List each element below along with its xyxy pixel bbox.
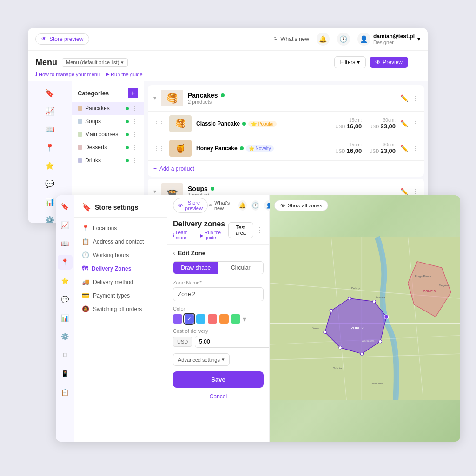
more-icon[interactable]: ⋮ xyxy=(132,144,138,151)
eye-icon: 👁 xyxy=(178,203,183,208)
novelty-tag: ⭐ Novelty xyxy=(246,145,274,152)
show-all-zones-button[interactable]: 👁 Show all zones xyxy=(274,200,328,211)
color-swatch-orange[interactable] xyxy=(219,314,229,324)
store-preview-button[interactable]: 👁 Store preview xyxy=(35,33,89,45)
map-icon: 🗺 xyxy=(82,265,88,272)
edit-zone-title: Edit Zone xyxy=(178,250,205,257)
nav-item-delivery-zones[interactable]: 🗺 Delivery Zones xyxy=(74,262,167,275)
sidebar-icon-location[interactable]: 📍 xyxy=(58,255,73,270)
sidebar-icon-menu[interactable]: 📖 xyxy=(58,236,73,251)
menu-badge[interactable]: Menu (default price list) ▾ xyxy=(62,58,128,67)
color-swatch-purple[interactable] xyxy=(173,314,182,324)
drag-handle-icon[interactable]: ⋮⋮ xyxy=(153,120,165,127)
more-options-icon[interactable]: ⋮ xyxy=(256,226,264,235)
category-item-pancakes[interactable]: Pancakes ⋮ xyxy=(72,102,144,115)
chevron-down-icon: ▾ xyxy=(222,357,225,363)
how-to-manage-link[interactable]: ℹ How to manage your menu xyxy=(35,71,100,77)
draw-shape-tab[interactable]: Draw shape xyxy=(173,262,218,274)
map-area[interactable]: ZONE 3 ZONE 2 Belany Żoliborz Praga-Pół xyxy=(270,195,460,442)
sidebar-icon-star[interactable]: ⭐ xyxy=(28,158,72,174)
color-swatch-green[interactable] xyxy=(231,314,240,324)
sidebar-icon-list[interactable]: 📋 xyxy=(58,385,73,400)
edit-icon[interactable]: ✏️ xyxy=(400,145,408,152)
color-swatch-blue[interactable] xyxy=(196,314,205,324)
info-icon: ℹ xyxy=(173,233,175,238)
run-guide-link[interactable]: ▶ Run the guide xyxy=(106,71,143,77)
nav-item-hours[interactable]: 🕐 Working hours xyxy=(74,248,167,262)
category-item-desserts[interactable]: Desserts ⋮ xyxy=(72,141,144,154)
color-more-icon[interactable]: ▾ xyxy=(243,315,246,324)
learn-more-link[interactable]: ℹ Learn more xyxy=(173,230,195,240)
sidebar-icon-analytics[interactable]: 📈 xyxy=(58,218,73,232)
sidebar-icon-chat[interactable]: 💬 xyxy=(58,292,73,307)
category-item-drinks[interactable]: Drinks ⋮ xyxy=(72,154,144,167)
notifications-icon[interactable]: 🔔 xyxy=(317,33,330,46)
active-dot xyxy=(126,146,129,149)
nav-item-switch-off[interactable]: 🔕 Switching off orders xyxy=(74,302,167,316)
user-info[interactable]: 👤 damian@test.pl Designer ▾ xyxy=(357,33,420,46)
sidebar-icon-bookmark[interactable]: 🔖 xyxy=(58,199,73,214)
zone-name-input[interactable] xyxy=(173,287,264,301)
nav-item-delivery-method[interactable]: 🚚 Delivery method xyxy=(74,275,167,289)
eye-icon: 👁 xyxy=(375,59,381,66)
top-bar: 👁 Store preview 🏳 What's new 🔔 🕐 👤 damia… xyxy=(28,28,428,51)
category-item-main-courses[interactable]: Main courses ⋮ xyxy=(72,128,144,141)
delivery-icon: 🚚 xyxy=(82,278,89,285)
sidebar-icon-mobile[interactable]: 📱 xyxy=(58,366,73,381)
category-item-soups[interactable]: Soups ⋮ xyxy=(72,115,144,128)
chevron-down-icon: ▾ xyxy=(357,59,360,66)
run-guide-link[interactable]: ▶ Run the guide xyxy=(200,230,228,240)
preview-button[interactable]: 👁 Preview xyxy=(370,57,408,68)
payment-icon: 💳 xyxy=(82,292,89,299)
status-dot xyxy=(242,122,246,126)
more-options-icon[interactable]: ⋮ xyxy=(412,120,418,127)
more-icon[interactable]: ⋮ xyxy=(132,118,138,125)
filters-button[interactable]: Filters ▾ xyxy=(334,56,366,68)
whats-new[interactable]: 🏳 What's new xyxy=(273,36,309,42)
advanced-settings-button[interactable]: Advanced settings ▾ xyxy=(173,353,230,366)
edit-icon[interactable]: ✏️ xyxy=(400,94,408,102)
add-product-button[interactable]: + Add a product xyxy=(148,160,424,177)
sidebar-icon-location[interactable]: 📍 xyxy=(28,139,72,156)
color-swatch-red[interactable] xyxy=(208,314,217,324)
circular-tab[interactable]: Circular xyxy=(218,262,264,274)
edit-icon[interactable]: ✏️ xyxy=(400,188,408,195)
clock-icon[interactable]: 🕐 xyxy=(251,200,260,211)
nav-item-payment[interactable]: 💳 Payment types xyxy=(74,289,167,302)
top-bar-right: 🏳 What's new 🔔 🕐 👤 damian@test.pl Design… xyxy=(273,33,420,46)
sidebar-icon-chart[interactable]: 📊 xyxy=(58,311,73,325)
nav-item-address[interactable]: 📋 Address and contact xyxy=(74,235,167,248)
color-swatch-indigo[interactable]: ✓ xyxy=(185,314,194,324)
save-button[interactable]: Save xyxy=(173,371,264,388)
edit-icon[interactable]: ✏️ xyxy=(400,120,408,127)
more-options-icon[interactable]: ⋮ xyxy=(412,57,420,67)
sidebar-icon-menu[interactable]: 📖 xyxy=(28,121,72,138)
cancel-button[interactable]: Cancel xyxy=(173,391,264,402)
whats-new[interactable]: 🏳 What's new xyxy=(208,200,234,211)
cost-input[interactable] xyxy=(195,336,269,348)
clock-icon[interactable]: 🕐 xyxy=(337,33,350,46)
back-button[interactable]: ‹ xyxy=(173,249,175,257)
more-options-icon[interactable]: ⋮ xyxy=(412,188,418,195)
sidebar-icon-desktop[interactable]: 🖥 xyxy=(58,348,73,363)
nav-item-locations[interactable]: 📍 Locations xyxy=(74,221,167,235)
more-icon[interactable]: ⋮ xyxy=(132,105,138,112)
sidebar-icon-analytics[interactable]: 📈 xyxy=(28,103,72,119)
more-icon[interactable]: ⋮ xyxy=(132,157,138,164)
sidebar-icon-star[interactable]: ⭐ xyxy=(58,273,73,288)
notifications-icon[interactable]: 🔔 xyxy=(238,200,247,211)
store-preview-button[interactable]: 👁 Store preview xyxy=(173,198,208,213)
sidebar-icon-settings[interactable]: ⚙️ xyxy=(58,329,73,344)
more-icon[interactable]: ⋮ xyxy=(132,131,138,138)
classic-pancake-image: 🥞 xyxy=(169,115,192,132)
product-count: 2 products xyxy=(188,99,396,105)
svg-text:Żoliborz: Żoliborz xyxy=(376,296,385,299)
sidebar-icon-bookmark[interactable]: 🔖 xyxy=(28,85,72,101)
pancakes-header[interactable]: ▾ 🥞 Pancakes 2 products ✏️ ⋮ xyxy=(148,85,424,111)
add-category-button[interactable]: + xyxy=(128,88,138,98)
more-options-icon[interactable]: ⋮ xyxy=(412,94,418,102)
more-options-icon[interactable]: ⋮ xyxy=(412,145,418,152)
drag-handle-icon[interactable]: ⋮⋮ xyxy=(153,145,165,152)
sidebar-icon-chat[interactable]: 💬 xyxy=(28,176,72,192)
test-area-button[interactable]: Test area xyxy=(228,222,253,238)
